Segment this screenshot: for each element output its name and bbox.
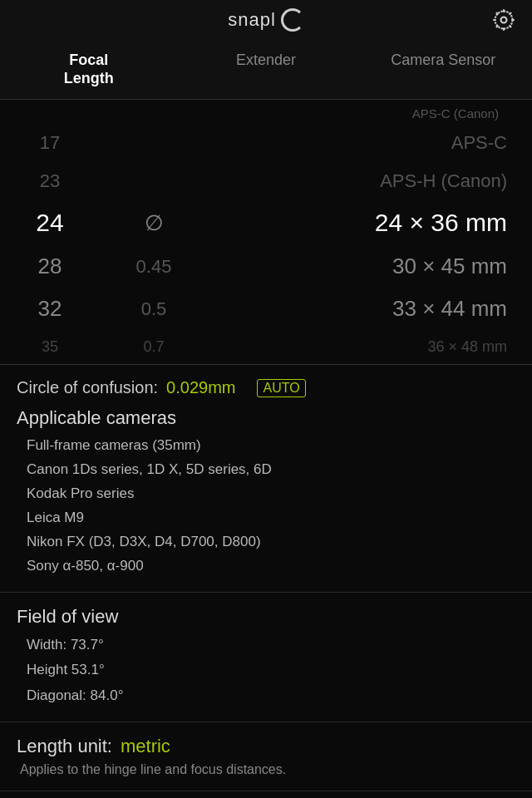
picker-header: APS-C (Canon) <box>0 100 532 124</box>
picker-item[interactable]: 17 APS-C <box>0 124 532 162</box>
picker-item[interactable]: 32 0.5 33 × 44 mm <box>0 288 532 330</box>
cameras-list: Full-frame cameras (35mm) Canon 1Ds seri… <box>17 434 515 578</box>
tab-camera-sensor-label: Camera Sensor <box>391 52 495 68</box>
picker-header-label: APS-C (Canon) <box>412 106 499 121</box>
sensor-value: APS-H (Canon) <box>208 170 532 192</box>
settings-button[interactable] <box>489 5 519 35</box>
focal-value: 32 <box>0 296 100 322</box>
camera-item: Canon 1Ds series, 1D X, 5D series, 6D <box>27 458 515 482</box>
picker-section: APS-C (Canon) 17 APS-C 23 APS-H (Canon) … <box>0 100 532 365</box>
camera-item: Nikon FX (D3, D3X, D4, D700, D800) <box>27 530 515 554</box>
tab-extender-label: Extender <box>236 52 296 68</box>
unit-row: Length unit: metric <box>17 736 515 757</box>
applicable-cameras-title: Applicable cameras <box>17 407 515 429</box>
picker-item[interactable]: 35 0.7 36 × 48 mm <box>0 330 532 364</box>
coc-value: 0.029mm <box>166 378 235 397</box>
picker-item-selected[interactable]: 24 ∅ 24 × 36 mm <box>0 200 532 245</box>
ext-value: 0.7 <box>100 338 208 356</box>
camera-item: Kodak Pro series <box>27 482 515 506</box>
focal-value: 23 <box>0 170 100 192</box>
coc-auto-badge[interactable]: AUTO <box>257 379 305 397</box>
ext-value-selected: ∅ <box>100 210 208 236</box>
focal-value-selected: 24 <box>0 209 100 237</box>
tab-extender[interactable]: Extender <box>177 40 354 99</box>
picker-list[interactable]: 17 APS-C 23 APS-H (Canon) 24 ∅ 24 × 36 m… <box>0 124 532 364</box>
sensor-value: 36 × 48 mm <box>208 338 532 356</box>
ext-value: 0.5 <box>100 298 208 320</box>
coc-row: Circle of confusion: 0.029mm AUTO <box>17 378 515 397</box>
sensor-value: APS-C <box>208 132 532 154</box>
logo-text: snapl <box>228 9 276 31</box>
focal-value: 17 <box>0 132 100 154</box>
unit-description: Applies to the hinge line and focus dist… <box>17 762 515 777</box>
fov-section: Field of view Width: 73.7° Height 53.1° … <box>0 593 532 723</box>
focal-value: 35 <box>0 338 100 356</box>
app-logo: snapl <box>228 8 304 32</box>
fov-details: Width: 73.7° Height 53.1° Diagonal: 84.0… <box>17 633 515 709</box>
svg-point-0 <box>501 17 507 23</box>
ext-value: 0.45 <box>100 256 208 278</box>
tab-bar: FocalLength Extender Camera Sensor <box>0 40 532 100</box>
fov-diagonal: Diagonal: 84.0° <box>27 683 515 709</box>
fov-height: Height 53.1° <box>27 658 515 683</box>
header: snapl <box>0 0 532 40</box>
fov-width: Width: 73.7° <box>27 633 515 658</box>
unit-section: Length unit: metric Applies to the hinge… <box>0 722 532 791</box>
unit-value[interactable]: metric <box>121 736 170 757</box>
sensor-value: 33 × 44 mm <box>208 296 532 322</box>
camera-item: Sony α-850, α-900 <box>27 554 515 579</box>
tab-focal-label: FocalLength <box>64 52 114 86</box>
focal-value: 28 <box>0 254 100 279</box>
camera-item: Full-frame cameras (35mm) <box>27 434 515 458</box>
coc-section: Circle of confusion: 0.029mm AUTO Applic… <box>0 365 532 592</box>
picker-item[interactable]: 28 0.45 30 × 45 mm <box>0 245 532 288</box>
logo-circle-icon <box>281 8 304 32</box>
picker-item[interactable]: 23 APS-H (Canon) <box>0 162 532 200</box>
sensor-value-selected: 24 × 36 mm <box>208 209 532 237</box>
fov-title: Field of view <box>17 606 515 628</box>
sensor-value: 30 × 45 mm <box>208 254 532 279</box>
tab-camera-sensor[interactable]: Camera Sensor <box>355 40 532 99</box>
coc-label: Circle of confusion: <box>17 378 158 397</box>
camera-item: Leica M9 <box>27 506 515 530</box>
unit-label: Length unit: <box>17 736 112 757</box>
tab-focal-length[interactable]: FocalLength <box>0 40 177 99</box>
